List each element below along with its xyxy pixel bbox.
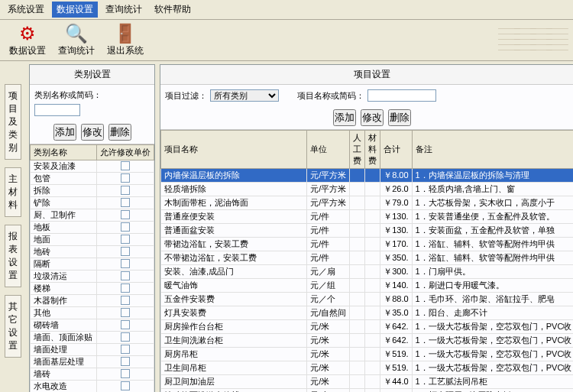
project-panel-title: 项目设置	[160, 65, 573, 85]
column-decoration: 𝄚𝄚𝄚𝄚	[498, 24, 562, 57]
sidebar-主材料[interactable]: 主材料	[5, 167, 21, 217]
category-buttons: 添加修改删除	[30, 121, 154, 144]
category-row[interactable]: 地砖	[31, 246, 154, 258]
tool-查询统计[interactable]: 🔍查询统计	[58, 23, 95, 57]
category-search-input[interactable]	[34, 104, 80, 116]
category-row[interactable]: 隔断	[31, 258, 154, 271]
category-row[interactable]: 拆除	[31, 185, 154, 197]
tool-退出系统[interactable]: 🚪退出系统	[107, 23, 144, 57]
category-row[interactable]: 地板	[31, 222, 154, 234]
menu-0[interactable]: 系统设置	[3, 2, 49, 18]
category-panel-title: 类别设置	[30, 65, 154, 85]
sidebar-其它设置[interactable]: 其它设置	[5, 295, 21, 358]
project-row[interactable]: 暖气油饰元／组￥140.1．刷进口专用暖气漆。	[161, 279, 574, 293]
category-row[interactable]: 水电改造	[31, 381, 154, 393]
project-row[interactable]: 厨房吊柜元/米￥519.1．一级大芯板骨架，空芯双包门，PVC收	[161, 348, 574, 361]
category-search-label: 类别名称或简码：	[34, 89, 102, 101]
project-row[interactable]: 普通座便安装元/件￥130.1．安装普通坐便，五金配件及软管。	[161, 210, 574, 224]
category-row[interactable]: 砌砖墙	[31, 319, 154, 332]
project-buttons: 添加修改删除	[160, 106, 573, 129]
cat-btn-添加[interactable]: 添加	[53, 124, 76, 141]
project-table[interactable]: 项目名称单位人工费材料费合计备注内墙保温层板的拆除元/平方米￥8.001．内墙保…	[160, 130, 573, 392]
project-row[interactable]: 卫生间洗漱台柜元/米￥642.1．一级大芯板骨架，空芯双包门，PVC收	[161, 334, 574, 348]
category-row[interactable]: 垃圾清运	[31, 271, 154, 283]
sidebar: 项目及类别主材料报表设置其它设置	[0, 61, 26, 392]
cat-btn-删除[interactable]: 删除	[108, 124, 131, 141]
category-row[interactable]: 铲除	[31, 197, 154, 209]
sidebar-报表设置[interactable]: 报表设置	[5, 225, 21, 287]
menubar: 系统设置数据设置查询统计软件帮助	[0, 0, 573, 20]
project-row[interactable]: 灯具安装费元/自然间￥35.01．阳台、走廊不计	[161, 306, 574, 320]
sidebar-项目及类别[interactable]: 项目及类别	[5, 84, 21, 160]
project-filter-label: 项目过滤：	[165, 90, 207, 102]
proj-btn-删除[interactable]: 删除	[388, 109, 411, 126]
project-row[interactable]: 轻质墙拆除元/平方米￥26.01．轻质内墙,含墙上门、窗	[161, 183, 574, 196]
category-row[interactable]: 墙面处理	[31, 344, 154, 356]
category-row[interactable]: 其他	[31, 307, 154, 319]
category-row[interactable]: 地面	[31, 234, 154, 246]
cat-btn-修改[interactable]: 修改	[81, 124, 104, 141]
project-row[interactable]: 卫生间吊柜元/米￥519.1．一级大芯板骨架，空芯双包门，PVC收	[161, 361, 574, 375]
category-row[interactable]: 安装及油漆	[31, 160, 154, 173]
project-row[interactable]: 木制面带柜，泥油饰面元/平方米￥79.01．大芯板骨架，实木收口，高度小于	[161, 196, 574, 210]
category-row[interactable]: 墙砖	[31, 368, 154, 381]
project-row[interactable]: 普通面盆安装元/件￥130.1．安装面盆，五金配件及软管，单独	[161, 224, 574, 238]
category-row[interactable]: 墙面、顶面涂贴	[31, 332, 154, 344]
project-row[interactable]: 内墙保温层板的拆除元/平方米￥8.001．内墙保温层板的拆除与清理	[161, 169, 574, 183]
proj-btn-添加[interactable]: 添加	[333, 109, 356, 126]
project-row[interactable]: 安装、油漆,成品门元／扇￥300.1．门扇甲供。	[161, 265, 574, 279]
project-row[interactable]: 墙砖饰面洗漱台管槽元/个￥616.1．框内隔层,6埃厚防火板	[161, 389, 574, 393]
category-row[interactable]: 厨、卫制作	[31, 209, 154, 222]
project-filter-select[interactable]: 所有类别	[210, 89, 279, 102]
category-row[interactable]: 楼梯	[31, 283, 154, 295]
menu-2[interactable]: 查询统计	[101, 2, 147, 18]
project-row[interactable]: 厨卫间加油层元/米￥44.01．工艺腻法同吊柜	[161, 375, 574, 389]
category-row[interactable]: 墙面基层处理	[31, 356, 154, 368]
project-search-input[interactable]	[367, 89, 436, 102]
project-row[interactable]: 厨房操作台台柜元/米￥642.1．一级大芯板骨架，空芯双包门，PVC收	[161, 320, 574, 334]
tool-数据设置[interactable]: ⚙数据设置	[9, 23, 46, 57]
menu-3[interactable]: 软件帮助	[150, 2, 196, 18]
project-row[interactable]: 不带裙边浴缸，安装工费元/件￥350.1．浴缸、辅料、软管等配附件均甲供	[161, 251, 574, 265]
project-row[interactable]: 五金件安装费元／个￥88.01．毛巾环、浴巾架、浴缸拉手、肥皂	[161, 293, 574, 306]
project-row[interactable]: 带裙边浴缸，安装工费元/件￥170.1．浴缸、辅料、软管等配附件均甲供	[161, 238, 574, 251]
project-panel: 项目设置 项目过滤： 所有类别 项目名称或简码： 添加修改删除 项目名称单位人工…	[160, 64, 573, 392]
menu-1[interactable]: 数据设置	[52, 2, 98, 18]
category-panel: 类别设置 类别名称或简码： 添加修改删除 类别名称允许修改单价安装及油漆包管拆除…	[29, 64, 155, 392]
proj-btn-修改[interactable]: 修改	[361, 109, 384, 126]
project-search-label: 项目名称或简码：	[297, 90, 364, 102]
toolbar: ⚙数据设置🔍查询统计🚪退出系统𝄚𝄚𝄚𝄚	[0, 20, 573, 61]
category-table[interactable]: 类别名称允许修改单价安装及油漆包管拆除铲除厨、卫制作地板地面地砖隔断垃圾清运楼梯…	[30, 144, 154, 392]
category-row[interactable]: 包管	[31, 173, 154, 185]
category-row[interactable]: 木器制作	[31, 295, 154, 307]
